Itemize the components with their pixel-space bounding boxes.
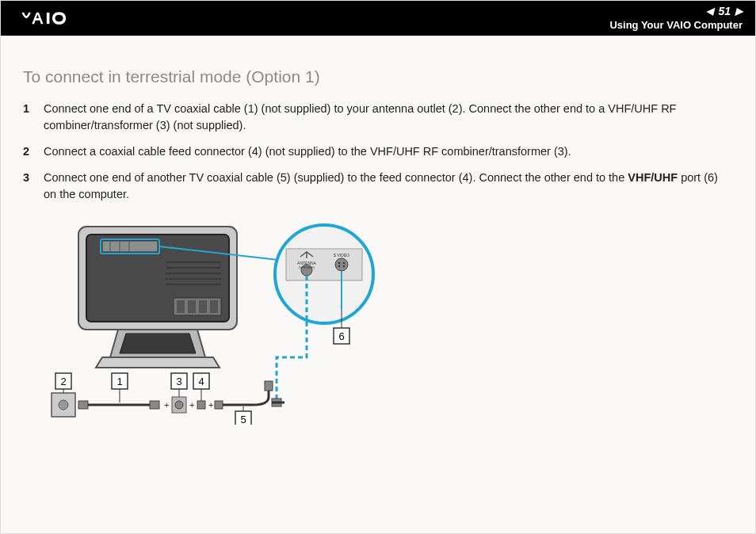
zoom-detail-circle: ANTENNA (VHF/UHF) S VIDEO: [275, 225, 373, 323]
step-text: Connect one end of another TV coaxial ca…: [44, 171, 628, 184]
step-2: Connect a coaxial cable feed connector (…: [23, 143, 733, 160]
page-number: 51: [718, 4, 731, 18]
svg-rect-16: [199, 300, 207, 313]
callout-5: 5: [235, 406, 251, 425]
section-heading: To connect in terrestrial mode (Option 1…: [23, 67, 733, 86]
svg-text:+: +: [189, 400, 194, 410]
svg-rect-14: [177, 300, 185, 313]
svg-rect-17: [210, 300, 218, 313]
svg-text:+: +: [164, 400, 169, 410]
svg-text:5: 5: [240, 414, 246, 425]
svg-text:3: 3: [176, 376, 181, 387]
instruction-list: Connect one end of a TV coaxial cable (1…: [23, 101, 733, 203]
step-3: Connect one end of another TV coaxial ca…: [23, 170, 733, 203]
svg-rect-15: [188, 300, 196, 313]
page-nav: ◀ 51 ▶: [609, 4, 743, 18]
svg-rect-35: [78, 401, 88, 409]
svg-text:2: 2: [60, 376, 66, 387]
svg-point-24: [343, 262, 345, 264]
next-page-arrow[interactable]: ▶: [735, 6, 743, 18]
page-header: ◀ 51 ▶ Using Your VAIO Computer: [1, 1, 755, 36]
svg-point-22: [335, 258, 348, 271]
callout-4: 4: [193, 373, 209, 401]
svg-rect-0: [47, 13, 50, 24]
callout-2: 2: [55, 373, 71, 393]
svg-point-26: [343, 265, 345, 267]
svg-rect-42: [197, 401, 205, 409]
antenna-sublabel: (VHF/UHF): [299, 265, 315, 269]
svg-point-23: [338, 262, 340, 264]
page-content: To connect in terrestrial mode (Option 1…: [1, 36, 755, 441]
step-1: Connect one end of a TV coaxial cable (1…: [23, 101, 733, 134]
header-right: ◀ 51 ▶ Using Your VAIO Computer: [609, 4, 743, 32]
svg-text:+: +: [208, 400, 213, 410]
monitor-illustration: [78, 227, 237, 368]
svg-rect-37: [150, 401, 159, 409]
prev-page-arrow[interactable]: ◀: [706, 6, 713, 18]
svg-point-34: [59, 400, 68, 410]
connection-diagram: ANTENNA (VHF/UHF) S VIDEO 6: [47, 219, 411, 425]
svg-rect-44: [215, 401, 223, 409]
vaio-logo: [17, 10, 104, 26]
svideo-label: S VIDEO: [334, 253, 349, 257]
svg-text:4: 4: [198, 376, 204, 387]
step-text: Connect one end of a TV coaxial cable (1…: [44, 102, 676, 132]
svg-text:1: 1: [116, 376, 122, 387]
callout-3: 3: [171, 373, 187, 397]
svg-text:6: 6: [338, 330, 344, 342]
svg-rect-45: [265, 381, 273, 391]
section-label: Using Your VAIO Computer: [609, 19, 743, 32]
step-bold: VHF/UHF: [628, 171, 678, 184]
step-text: Connect a coaxial cable feed connector (…: [44, 145, 571, 158]
svg-point-25: [338, 265, 340, 267]
callout-1: 1: [112, 373, 128, 402]
svg-point-40: [175, 401, 183, 409]
